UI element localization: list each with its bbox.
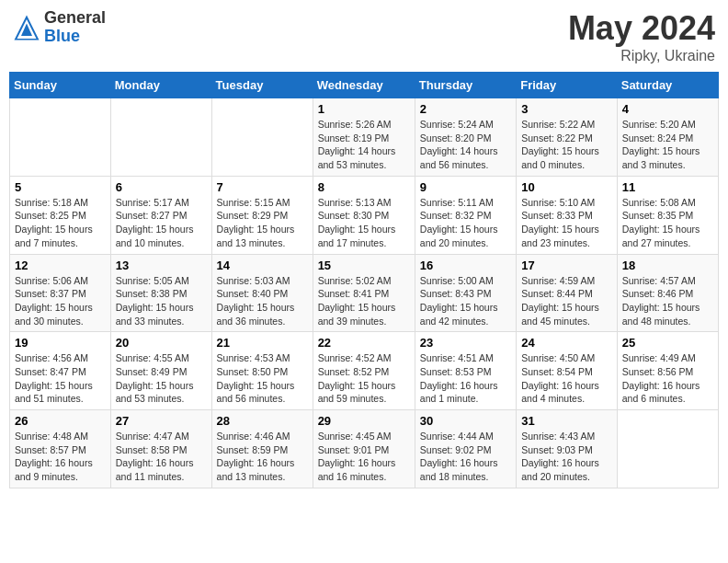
day-number: 29 [318,414,410,428]
week-row-3: 12Sunrise: 5:06 AM Sunset: 8:37 PM Dayli… [10,254,719,332]
day-info: Sunrise: 4:50 AM Sunset: 8:54 PM Dayligh… [521,351,612,406]
calendar-cell: 15Sunrise: 5:02 AM Sunset: 8:41 PM Dayli… [313,254,415,332]
day-number: 20 [116,336,207,350]
calendar-cell: 23Sunrise: 4:51 AM Sunset: 8:53 PM Dayli… [415,332,516,410]
calendar-cell: 16Sunrise: 5:00 AM Sunset: 8:43 PM Dayli… [415,254,516,332]
day-info: Sunrise: 5:00 AM Sunset: 8:43 PM Dayligh… [420,274,511,328]
day-number: 1 [318,102,410,116]
day-number: 13 [116,259,207,272]
calendar-cell: 24Sunrise: 4:50 AM Sunset: 8:54 PM Dayli… [517,332,618,410]
calendar-cell: 27Sunrise: 4:47 AM Sunset: 8:58 PM Dayli… [110,410,211,488]
calendar-title: May 2024 [568,9,715,48]
week-row-4: 19Sunrise: 4:56 AM Sunset: 8:47 PM Dayli… [10,332,719,410]
day-info: Sunrise: 5:20 AM Sunset: 8:24 PM Dayligh… [622,118,713,172]
logo-general: General [44,9,106,28]
calendar-cell: 22Sunrise: 4:52 AM Sunset: 8:52 PM Dayli… [313,332,415,410]
day-info: Sunrise: 4:44 AM Sunset: 9:02 PM Dayligh… [420,430,511,484]
day-info: Sunrise: 4:48 AM Sunset: 8:57 PM Dayligh… [15,430,106,484]
day-info: Sunrise: 5:26 AM Sunset: 8:19 PM Dayligh… [318,118,410,172]
day-number: 16 [420,259,511,272]
day-info: Sunrise: 4:45 AM Sunset: 9:01 PM Dayligh… [318,430,410,484]
logo-icon [13,14,40,41]
day-number: 17 [521,259,612,272]
day-number: 11 [622,180,713,194]
day-info: Sunrise: 5:02 AM Sunset: 8:41 PM Dayligh… [318,274,410,328]
day-number: 21 [217,336,308,350]
calendar-cell: 25Sunrise: 4:49 AM Sunset: 8:56 PM Dayli… [617,332,718,410]
calendar-cell: 3Sunrise: 5:22 AM Sunset: 8:22 PM Daylig… [517,98,618,177]
day-number: 30 [420,414,511,428]
calendar-cell: 26Sunrise: 4:48 AM Sunset: 8:57 PM Dayli… [10,410,111,488]
day-number: 4 [622,102,713,116]
calendar-cell: 6Sunrise: 5:17 AM Sunset: 8:27 PM Daylig… [110,176,211,254]
calendar-cell: 11Sunrise: 5:08 AM Sunset: 8:35 PM Dayli… [617,176,718,254]
calendar-cell [110,98,211,177]
day-number: 9 [420,180,511,194]
day-number: 15 [318,259,410,272]
day-number: 19 [15,336,106,350]
calendar-cell: 28Sunrise: 4:46 AM Sunset: 8:59 PM Dayli… [211,410,313,488]
calendar-cell: 10Sunrise: 5:10 AM Sunset: 8:33 PM Dayli… [517,176,618,254]
week-row-2: 5Sunrise: 5:18 AM Sunset: 8:25 PM Daylig… [10,176,719,254]
day-number: 14 [217,259,308,272]
day-info: Sunrise: 5:03 AM Sunset: 8:40 PM Dayligh… [217,274,308,328]
calendar-cell: 29Sunrise: 4:45 AM Sunset: 9:01 PM Dayli… [313,410,415,488]
calendar-cell: 5Sunrise: 5:18 AM Sunset: 8:25 PM Daylig… [10,176,111,254]
day-info: Sunrise: 5:22 AM Sunset: 8:22 PM Dayligh… [521,118,612,172]
day-info: Sunrise: 4:55 AM Sunset: 8:49 PM Dayligh… [116,351,207,406]
day-info: Sunrise: 4:43 AM Sunset: 9:03 PM Dayligh… [521,430,612,484]
day-info: Sunrise: 4:53 AM Sunset: 8:50 PM Dayligh… [217,351,308,406]
logo: General Blue [13,9,106,46]
day-header-sunday: Sunday [10,73,111,98]
week-row-5: 26Sunrise: 4:48 AM Sunset: 8:57 PM Dayli… [10,410,719,488]
day-info: Sunrise: 5:24 AM Sunset: 8:20 PM Dayligh… [420,118,511,172]
day-number: 2 [420,102,511,116]
day-number: 26 [15,414,106,428]
day-info: Sunrise: 5:05 AM Sunset: 8:38 PM Dayligh… [116,274,207,328]
day-info: Sunrise: 5:17 AM Sunset: 8:27 PM Dayligh… [116,196,207,250]
calendar-cell: 18Sunrise: 4:57 AM Sunset: 8:46 PM Dayli… [617,254,718,332]
day-number: 25 [622,336,713,350]
day-info: Sunrise: 4:51 AM Sunset: 8:53 PM Dayligh… [420,351,511,406]
calendar-table: SundayMondayTuesdayWednesdayThursdayFrid… [9,72,719,488]
day-info: Sunrise: 5:06 AM Sunset: 8:37 PM Dayligh… [15,274,106,328]
day-info: Sunrise: 4:52 AM Sunset: 8:52 PM Dayligh… [318,351,410,406]
calendar-location: Ripky, Ukraine [568,48,715,64]
day-number: 12 [15,259,106,272]
header-row: SundayMondayTuesdayWednesdayThursdayFrid… [10,73,719,98]
calendar-cell: 21Sunrise: 4:53 AM Sunset: 8:50 PM Dayli… [211,332,313,410]
day-info: Sunrise: 4:56 AM Sunset: 8:47 PM Dayligh… [15,351,106,406]
day-info: Sunrise: 4:47 AM Sunset: 8:58 PM Dayligh… [116,430,207,484]
calendar-cell [211,98,313,177]
day-number: 23 [420,336,511,350]
day-header-friday: Friday [517,73,618,98]
day-header-thursday: Thursday [415,73,516,98]
day-number: 24 [521,336,612,350]
calendar-cell: 14Sunrise: 5:03 AM Sunset: 8:40 PM Dayli… [211,254,313,332]
logo-text: General Blue [44,9,106,46]
day-number: 3 [521,102,612,116]
logo-blue: Blue [44,28,106,46]
day-info: Sunrise: 4:46 AM Sunset: 8:59 PM Dayligh… [217,430,308,484]
calendar-cell: 30Sunrise: 4:44 AM Sunset: 9:02 PM Dayli… [415,410,516,488]
calendar-cell [10,98,111,177]
day-header-saturday: Saturday [617,73,718,98]
day-number: 5 [15,180,106,194]
day-info: Sunrise: 5:11 AM Sunset: 8:32 PM Dayligh… [420,196,511,250]
calendar-cell: 7Sunrise: 5:15 AM Sunset: 8:29 PM Daylig… [211,176,313,254]
day-info: Sunrise: 5:08 AM Sunset: 8:35 PM Dayligh… [622,196,713,250]
calendar-cell: 2Sunrise: 5:24 AM Sunset: 8:20 PM Daylig… [415,98,516,177]
day-info: Sunrise: 4:57 AM Sunset: 8:46 PM Dayligh… [622,274,713,328]
calendar-cell [617,410,718,488]
calendar-cell: 12Sunrise: 5:06 AM Sunset: 8:37 PM Dayli… [10,254,111,332]
day-info: Sunrise: 5:15 AM Sunset: 8:29 PM Dayligh… [217,196,308,250]
day-info: Sunrise: 5:10 AM Sunset: 8:33 PM Dayligh… [521,196,612,250]
day-number: 8 [318,180,410,194]
day-number: 7 [217,180,308,194]
day-header-tuesday: Tuesday [211,73,313,98]
day-number: 6 [116,180,207,194]
calendar-cell: 17Sunrise: 4:59 AM Sunset: 8:44 PM Dayli… [517,254,618,332]
day-info: Sunrise: 4:59 AM Sunset: 8:44 PM Dayligh… [521,274,612,328]
day-number: 10 [521,180,612,194]
calendar-cell: 19Sunrise: 4:56 AM Sunset: 8:47 PM Dayli… [10,332,111,410]
